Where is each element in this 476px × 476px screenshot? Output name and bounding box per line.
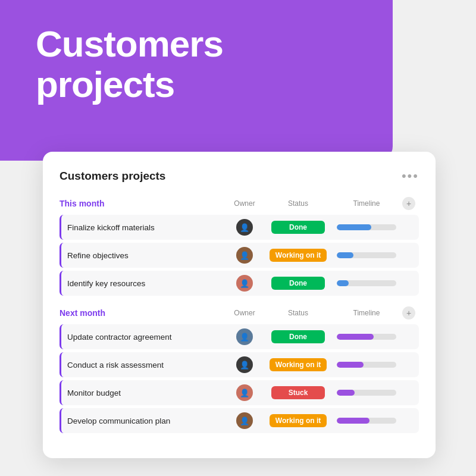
section-label: Next month <box>60 308 224 318</box>
status-cell[interactable]: Working on it <box>265 414 331 427</box>
timeline-bar-fill <box>337 252 353 258</box>
status-badge[interactable]: Working on it <box>270 414 327 427</box>
col-status-label: Status <box>265 199 331 208</box>
avatar: 👤 <box>236 384 253 401</box>
section-next-month: Next month Owner Status Timeline + Updat… <box>60 306 419 433</box>
status-badge[interactable]: Done <box>271 277 325 290</box>
owner-avatar-cell: 👤 <box>224 247 265 264</box>
status-badge[interactable]: Working on it <box>270 358 327 371</box>
timeline-cell <box>331 390 402 396</box>
timeline-cell <box>331 334 402 340</box>
col-owner-label: Owner <box>224 199 265 208</box>
status-badge[interactable]: Done <box>271 330 325 343</box>
avatar: 👤 <box>236 356 253 373</box>
timeline-bar-fill <box>337 418 369 424</box>
add-task-button[interactable]: + <box>402 197 415 210</box>
status-cell[interactable]: Done <box>265 221 331 234</box>
hero-title-line2: projects <box>36 64 174 105</box>
timeline-cell <box>331 418 402 424</box>
owner-avatar-cell: 👤 <box>224 412 265 429</box>
timeline-bar-bg <box>337 252 396 258</box>
timeline-bar-bg <box>337 362 396 368</box>
status-cell[interactable]: Working on it <box>265 358 331 371</box>
avatar: 👤 <box>236 328 253 345</box>
section-header-this-month: This month Owner Status Timeline + <box>60 197 419 210</box>
status-cell[interactable]: Working on it <box>265 249 331 262</box>
timeline-cell <box>331 252 402 258</box>
timeline-bar-bg <box>337 224 396 230</box>
status-cell[interactable]: Stuck <box>265 386 331 399</box>
add-task-button[interactable]: + <box>402 306 415 320</box>
col-timeline-label: Timeline <box>331 199 402 208</box>
table-row: Conduct a risk assessment 👤 Working on i… <box>60 352 419 377</box>
card-title: Customers projects <box>60 170 165 183</box>
status-badge[interactable]: Done <box>271 221 325 234</box>
timeline-bar-fill <box>337 334 374 340</box>
timeline-bar-bg <box>337 390 396 396</box>
timeline-cell <box>331 224 402 230</box>
projects-card: Customers projects ••• This month Owner … <box>43 152 436 458</box>
status-cell[interactable]: Done <box>265 277 331 290</box>
section-label: This month <box>60 199 224 208</box>
task-name: Update contractor agreement <box>67 333 224 342</box>
avatar: 👤 <box>236 275 253 292</box>
section-header-next-month: Next month Owner Status Timeline + <box>60 306 419 320</box>
avatar: 👤 <box>236 412 253 429</box>
task-name: Finalize kickoff materials <box>67 223 224 232</box>
timeline-bar-bg <box>337 280 396 286</box>
timeline-bar-bg <box>337 418 396 424</box>
task-name: Develop communication plan <box>67 416 224 425</box>
table-row: Monitor budget 👤 Stuck <box>60 380 419 405</box>
col-status-label: Status <box>265 309 331 317</box>
avatar: 👤 <box>236 219 253 236</box>
hero-title-line1: Customers <box>36 23 223 64</box>
col-owner-label: Owner <box>224 309 265 317</box>
section-this-month: This month Owner Status Timeline + Final… <box>60 197 419 296</box>
task-name: Identify key resources <box>67 279 224 288</box>
table-row: Develop communication plan 👤 Working on … <box>60 408 419 433</box>
timeline-bar-fill <box>337 390 355 396</box>
owner-avatar-cell: 👤 <box>224 356 265 373</box>
owner-avatar-cell: 👤 <box>224 328 265 345</box>
timeline-bar-fill <box>337 362 364 368</box>
task-name: Conduct a risk assessment <box>67 361 224 369</box>
card-header: Customers projects ••• <box>60 168 419 184</box>
status-badge[interactable]: Working on it <box>270 249 327 262</box>
owner-avatar-cell: 👤 <box>224 275 265 292</box>
hero-title: Customers projects <box>36 24 223 105</box>
timeline-cell <box>331 362 402 368</box>
sections-container: This month Owner Status Timeline + Final… <box>60 197 419 433</box>
timeline-cell <box>331 280 402 286</box>
timeline-bar-fill <box>337 224 371 230</box>
avatar: 👤 <box>236 247 253 264</box>
task-name: Monitor budget <box>67 389 224 397</box>
owner-avatar-cell: 👤 <box>224 219 265 236</box>
col-timeline-label: Timeline <box>331 309 402 317</box>
more-menu-button[interactable]: ••• <box>402 168 419 184</box>
status-badge[interactable]: Stuck <box>271 386 325 399</box>
owner-avatar-cell: 👤 <box>224 384 265 401</box>
table-row: Finalize kickoff materials 👤 Done <box>60 215 419 240</box>
table-row: Update contractor agreement 👤 Done <box>60 324 419 349</box>
table-row: Refine objectives 👤 Working on it <box>60 243 419 268</box>
timeline-bar-bg <box>337 334 396 340</box>
task-name: Refine objectives <box>67 251 224 260</box>
timeline-bar-fill <box>337 280 349 286</box>
status-cell[interactable]: Done <box>265 330 331 343</box>
table-row: Identify key resources 👤 Done <box>60 271 419 296</box>
